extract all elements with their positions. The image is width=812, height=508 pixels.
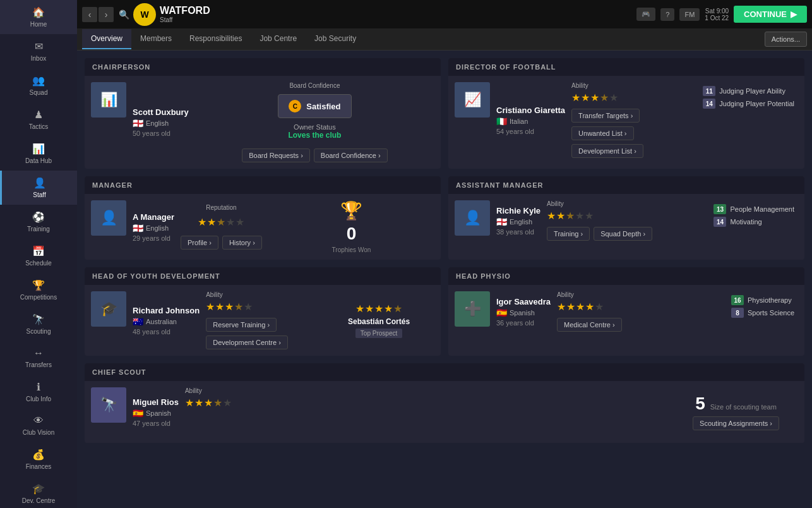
search-icon: 🔍: [119, 9, 129, 20]
sidebar-item-staff[interactable]: 👤 Staff: [0, 171, 77, 205]
scouting-assignments-button[interactable]: Scouting Assignments ›: [693, 416, 779, 430]
profile-button[interactable]: Profile ›: [181, 236, 218, 250]
training-button[interactable]: Training ›: [547, 227, 590, 241]
chairperson-buttons: Board Requests › Board Confidence ›: [242, 148, 387, 162]
head-youth-body: 🎓 Richard Johnson 🇦🇺 Australian 48 years…: [85, 285, 441, 356]
development-centre-button[interactable]: Development Centre ›: [206, 336, 288, 349]
help-button[interactable]: ?: [660, 8, 674, 21]
tab-responsibilities[interactable]: Responsibilities: [181, 29, 251, 49]
sidebar-item-transfers[interactable]: ↔ Transfers: [0, 341, 77, 375]
home-icon: 🏠: [32, 6, 45, 18]
date-display: Sat 9:00 1 Oct 22: [705, 8, 729, 21]
head-physio-name: Igor Saavedra: [496, 297, 551, 306]
head-youth-nationality: 🇦🇺 Australian: [133, 317, 200, 327]
continue-arrow-icon: ▶: [791, 9, 797, 19]
tab-job-centre[interactable]: Job Centre: [251, 29, 306, 49]
director-name: Cristiano Giaretta: [496, 106, 565, 115]
head-youth-info: Richard Johnson 🇦🇺 Australian 48 years o…: [133, 291, 200, 349]
controller-button[interactable]: 🎮: [636, 8, 655, 21]
unwanted-list-button[interactable]: Unwanted List ›: [571, 126, 633, 140]
tab-overview[interactable]: Overview: [82, 29, 131, 49]
chairperson-nationality: 🏴󠁧󠁢󠁥󠁮󠁧󠁿 English: [133, 118, 189, 128]
assistant-avatar: 👤: [455, 200, 490, 236]
director-skills: 11 Judging Player Ability 14 Judging Pla…: [699, 82, 798, 158]
manager-avatar: 👤: [91, 200, 126, 236]
manager-buttons: Profile › History ›: [181, 236, 262, 250]
assistant-header: ASSISTANT MANAGER: [448, 176, 804, 194]
nav-arrows: ‹ ›: [77, 7, 119, 22]
club-logo: W: [133, 3, 156, 26]
tab-members[interactable]: Members: [131, 29, 181, 49]
skill-motivating: 14 Motivating: [713, 217, 794, 227]
nav-forward-button[interactable]: ›: [99, 7, 114, 22]
sidebar-item-tactics[interactable]: ♟ Tactics: [0, 102, 77, 136]
history-button[interactable]: History ›: [222, 236, 262, 250]
director-info: Cristiano Giaretta 🇮🇹 Italian 54 years o…: [496, 82, 565, 158]
trophy-label: Trophies Won: [332, 246, 371, 253]
confidence-icon: C: [289, 100, 301, 112]
manager-card: MANAGER 👤 A Manager 🏴󠁧󠁢󠁥󠁮󠁧󠁿 English 29 y…: [85, 176, 441, 260]
club-vision-icon: 👁: [33, 415, 44, 426]
assistant-age: 38 years old: [496, 228, 540, 236]
prospect-stars: ★ ★ ★ ★ ★: [355, 303, 402, 315]
prospect-label: Top Prospect: [355, 329, 402, 338]
confidence-status: Satisfied: [306, 102, 340, 111]
sidebar-item-inbox[interactable]: ✉ Inbox: [0, 34, 77, 68]
sidebar-item-finances[interactable]: 💰 Finances: [0, 442, 77, 476]
training-icon: ⚽: [32, 211, 45, 223]
prospect-name: Sebastián Cortés: [348, 317, 410, 326]
sidebar-item-data-hub[interactable]: 📊 Data Hub: [0, 136, 77, 171]
manager-nationality: 🏴󠁧󠁢󠁥󠁮󠁧󠁿 English: [133, 223, 174, 233]
head-youth-age: 48 years old: [133, 328, 200, 336]
head-youth-stats: Ability ★ ★ ★ ★ ★ Reserve Training › Dev…: [206, 291, 317, 349]
chief-scout-card: CHIEF SCOUT 🔭 Miguel Rios 🇪🇸 Spanish 47 …: [85, 363, 804, 443]
continue-button[interactable]: CONTINUE ▶: [734, 6, 807, 23]
head-physio-buttons: Medical Centre ›: [557, 318, 721, 332]
director-ability-stars: ★ ★ ★ ★ ★: [571, 92, 693, 104]
dev-centre-icon: 🎓: [32, 483, 45, 495]
transfer-targets-button[interactable]: Transfer Targets ›: [571, 109, 640, 123]
head-youth-card: HEAD OF YOUTH DEVELOPMENT 🎓 Richard John…: [85, 267, 441, 356]
head-physio-stats: Ability ★ ★ ★ ★ ★ Medical Centre ›: [557, 291, 721, 332]
chief-scout-body: 🔭 Miguel Rios 🇪🇸 Spanish 47 years old Ab…: [85, 381, 804, 443]
club-info-icon: ℹ: [37, 381, 40, 393]
manager-header: MANAGER: [85, 176, 441, 194]
chairperson-header: CHAIRPERSON: [85, 58, 441, 76]
sidebar-item-home[interactable]: 🏠 Home: [0, 0, 77, 34]
transfers-icon: ↔: [33, 348, 44, 359]
sidebar-item-club-info[interactable]: ℹ Club Info: [0, 375, 77, 409]
squad-depth-button[interactable]: Squad Depth ›: [594, 227, 652, 241]
sidebar-item-scouting[interactable]: 🔭 Scouting: [0, 307, 77, 341]
sidebar-item-dev-centre[interactable]: 🎓 Dev. Centre: [0, 476, 77, 508]
owner-status: Owner Status Loves the club: [288, 123, 341, 140]
sidebar-item-competitions[interactable]: 🏆 Competitions: [0, 273, 77, 307]
nav-back-button[interactable]: ‹: [82, 7, 97, 22]
chairperson-name: Scott Duxbury: [133, 107, 189, 117]
medical-centre-button[interactable]: Medical Centre ›: [557, 318, 622, 332]
sidebar-item-club-vision[interactable]: 👁 Club Vision: [0, 409, 77, 442]
tab-job-security[interactable]: Job Security: [306, 29, 365, 49]
actions-button[interactable]: Actions...: [765, 32, 807, 47]
trophies-area: 🏆 0 Trophies Won: [268, 200, 434, 253]
scouting-size-area: 5 Size of scouting team Scouting Assignm…: [674, 387, 798, 437]
manager-name: A Manager: [133, 212, 174, 222]
tabs-bar: Overview Members Responsibilities Job Ce…: [77, 28, 812, 51]
development-list-button[interactable]: Development List ›: [571, 144, 643, 158]
sections-grid: CHAIRPERSON 📊 Scott Duxbury 🏴󠁧󠁢󠁥󠁮󠁧󠁿 Engl…: [85, 58, 804, 443]
sidebar-item-squad[interactable]: 👥 Squad: [0, 68, 77, 102]
assistant-skills: 13 People Management 14 Motivating: [710, 200, 798, 241]
chief-scout-stats: Ability ★ ★ ★ ★ ★: [185, 387, 667, 437]
head-physio-avatar: ➕: [455, 291, 490, 327]
board-confidence-button[interactable]: Board Confidence ›: [314, 148, 388, 162]
reserve-training-button[interactable]: Reserve Training ›: [206, 318, 277, 332]
confidence-area: Board Confidence C Satisfied Owner Statu…: [195, 82, 434, 162]
chairperson-body: 📊 Scott Duxbury 🏴󠁧󠁢󠁥󠁮󠁧󠁿 English 50 years…: [85, 76, 441, 169]
manager-reputation: Reputation ★ ★ ★ ★ ★ Profile › History ›: [181, 200, 262, 253]
sidebar-item-schedule[interactable]: 📅 Schedule: [0, 239, 77, 273]
head-physio-body: ➕ Igor Saavedra 🇪🇸 Spanish 36 years old …: [448, 285, 804, 338]
manager-age: 29 years old: [133, 234, 174, 242]
board-requests-button[interactable]: Board Requests ›: [242, 148, 310, 162]
director-body: 📈 Cristiano Giaretta 🇮🇹 Italian 54 years…: [448, 76, 804, 164]
sidebar-item-training[interactable]: ⚽ Training: [0, 205, 77, 239]
head-physio-card: HEAD PHYSIO ➕ Igor Saavedra 🇪🇸 Spanish 3…: [448, 267, 804, 356]
